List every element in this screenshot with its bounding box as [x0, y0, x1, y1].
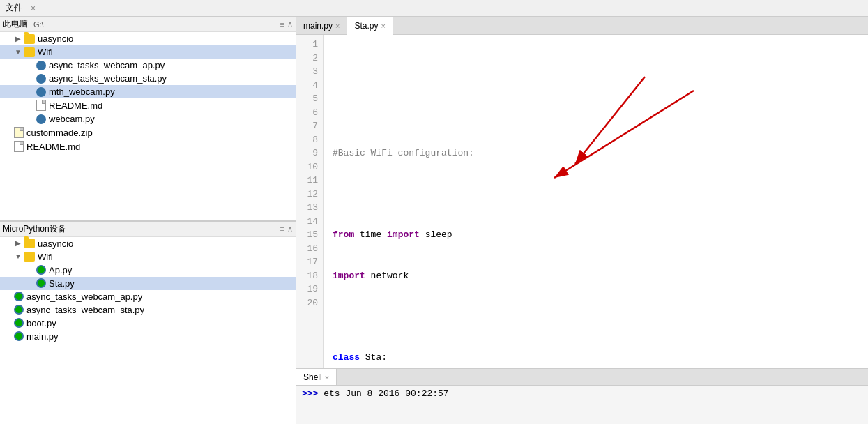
- shell-content[interactable]: >>> ets Jun 8 2016 00:22:57: [296, 386, 868, 424]
- tab-main[interactable]: main.py ×: [296, 17, 347, 34]
- tree-item-uasyncio-top[interactable]: ▶ uasyncio: [0, 32, 296, 45]
- tree-label: Wifi: [38, 47, 53, 57]
- tree-item-async-sta[interactable]: async_tasks_webcam_sta.py: [0, 72, 296, 85]
- py-icon: [36, 74, 46, 84]
- py-icon: [36, 61, 46, 70]
- file-icon: [14, 141, 24, 152]
- expand-arrow: ▼: [14, 252, 22, 261]
- panel-collapse-icon-2[interactable]: ∧: [287, 225, 293, 234]
- editor-area[interactable]: 1 2 3 4 5 6 7 8 9 10 11 12 13 14 15 16 1…: [296, 35, 868, 368]
- pc-path: G:\: [33, 20, 44, 29]
- tree-item-async-sta-bottom[interactable]: async_tasks_webcam_sta.py: [0, 303, 296, 317]
- tree-item-sta[interactable]: Sta.py: [0, 277, 296, 290]
- tree-item-main-bottom[interactable]: main.py: [0, 330, 296, 343]
- expand-arrow: ▶: [14, 239, 22, 248]
- left-panel: 此电脑 G:\ ≡ ∧ ▶ uasyncio ▼ Wifi: [0, 17, 296, 424]
- code-line-1: [333, 106, 860, 120]
- micropython-header-left: MicroPython设备: [3, 223, 66, 235]
- py-icon: [36, 114, 46, 124]
- tree-item-readme-root[interactable]: README.md: [0, 139, 296, 153]
- tree-label: async_tasks_webcam_ap.py: [26, 292, 142, 302]
- editor-tab-bar: main.py × Sta.py ×: [296, 17, 868, 35]
- tab-sta-label: Sta.py: [354, 21, 378, 31]
- pc-header-icons: ≡ ∧: [280, 20, 293, 29]
- tree-item-readme-top[interactable]: README.md: [0, 98, 296, 112]
- py-icon: [14, 292, 24, 301]
- tree-label: async_tasks_webcam_ap.py: [49, 60, 165, 70]
- tab-main-close[interactable]: ×: [335, 22, 340, 30]
- tree-label: boot.py: [26, 318, 56, 328]
- py-icon: [36, 265, 46, 275]
- tab-main-label: main.py: [303, 21, 333, 31]
- panel-menu-icon-2[interactable]: ≡: [280, 225, 284, 233]
- tree-label: webcam.py: [49, 114, 95, 124]
- micropython-section: MicroPython设备 ≡ ∧ ▶ uasyncio ▼ Wifi Ap.p…: [0, 222, 296, 425]
- tab-sta[interactable]: Sta.py ×: [347, 17, 393, 35]
- py-icon: [14, 331, 24, 341]
- tree-item-ap[interactable]: Ap.py: [0, 264, 296, 277]
- shell-tab-close[interactable]: ×: [325, 373, 329, 381]
- folder-icon: [24, 252, 35, 262]
- py-icon: [14, 305, 24, 315]
- shell-tab-bar: Shell ×: [296, 369, 868, 386]
- main-area: 此电脑 G:\ ≡ ∧ ▶ uasyncio ▼ Wifi: [0, 17, 868, 424]
- code-line-6: [333, 310, 860, 324]
- tree-label: async_tasks_webcam_sta.py: [26, 305, 144, 315]
- menu-close[interactable]: ×: [31, 3, 36, 13]
- shell-panel: Shell × >>> ets Jun 8 2016 00:22:57: [296, 368, 868, 424]
- menu-file[interactable]: 文件: [3, 1, 25, 15]
- code-line-2: #Basic WiFi configuration:: [333, 146, 860, 160]
- code-line-5: import network: [333, 269, 860, 283]
- shell-output: ets Jun 8 2016 00:22:57: [318, 388, 448, 399]
- pc-panel-header: 此电脑 G:\ ≡ ∧: [0, 17, 296, 32]
- tab-sta-close[interactable]: ×: [381, 22, 386, 30]
- tree-item-custommade[interactable]: custommade.zip: [0, 126, 296, 139]
- right-panel: main.py × Sta.py × 1 2 3 4 5 6 7 8 9 10 …: [296, 17, 868, 424]
- folder-icon: [24, 47, 35, 57]
- folder-icon: [24, 238, 35, 248]
- panel-collapse-icon[interactable]: ∧: [287, 20, 293, 29]
- file-icon: [36, 100, 46, 111]
- expand-arrow: ▶: [14, 35, 22, 43]
- code-line-3: [333, 188, 860, 202]
- micropython-header: MicroPython设备 ≡ ∧: [0, 222, 296, 237]
- shell-tab-label: Shell: [303, 372, 322, 382]
- menu-bar: 文件 ×: [0, 0, 868, 17]
- tree-label: async_tasks_webcam_sta.py: [49, 73, 167, 84]
- pc-file-section: 此电脑 G:\ ≡ ∧ ▶ uasyncio ▼ Wifi: [0, 17, 296, 222]
- tree-item-async-ap-bottom[interactable]: async_tasks_webcam_ap.py: [0, 290, 296, 303]
- tree-label: uasyncio: [38, 33, 73, 44]
- tree-label: custommade.zip: [26, 128, 93, 138]
- tree-item-mth-webcam[interactable]: mth_webcam.py: [0, 85, 296, 98]
- tree-label: uasyncio: [38, 238, 73, 249]
- code-line-7: class Sta:: [333, 351, 860, 365]
- tree-item-async-ap[interactable]: async_tasks_webcam_ap.py: [0, 59, 296, 72]
- code-content[interactable]: #Basic WiFi configuration: from time imp…: [324, 35, 868, 368]
- tree-label: mth_webcam.py: [49, 86, 115, 97]
- tree-item-boot[interactable]: boot.py: [0, 317, 296, 330]
- zip-icon: [14, 127, 24, 138]
- pc-header-left: 此电脑 G:\: [3, 18, 44, 30]
- tree-label: README.md: [49, 100, 102, 111]
- expand-arrow: ▼: [14, 48, 22, 56]
- tree-item-uasyncio-bottom[interactable]: ▶ uasyncio: [0, 237, 296, 250]
- tree-item-webcam[interactable]: webcam.py: [0, 112, 296, 126]
- py-icon: [36, 87, 46, 97]
- shell-prompt: >>>: [302, 388, 318, 399]
- pc-title: 此电脑: [3, 18, 28, 30]
- tree-label: Sta.py: [49, 278, 75, 289]
- tree-label: main.py: [26, 331, 59, 342]
- tree-item-wifi-top[interactable]: ▼ Wifi: [0, 45, 296, 59]
- tree-item-wifi-bottom[interactable]: ▼ Wifi: [0, 250, 296, 264]
- tree-label: Wifi: [38, 252, 53, 262]
- micropython-title: MicroPython设备: [3, 223, 66, 235]
- tree-label: README.md: [26, 142, 80, 152]
- line-numbers: 1 2 3 4 5 6 7 8 9 10 11 12 13 14 15 16 1…: [296, 35, 324, 368]
- micropython-header-icons: ≡ ∧: [280, 225, 293, 234]
- py-icon: [14, 318, 24, 328]
- folder-icon: [24, 34, 35, 44]
- panel-menu-icon[interactable]: ≡: [280, 20, 284, 29]
- code-line-4: from time import sleep: [333, 228, 860, 242]
- py-icon: [36, 278, 46, 288]
- shell-tab[interactable]: Shell ×: [296, 369, 337, 385]
